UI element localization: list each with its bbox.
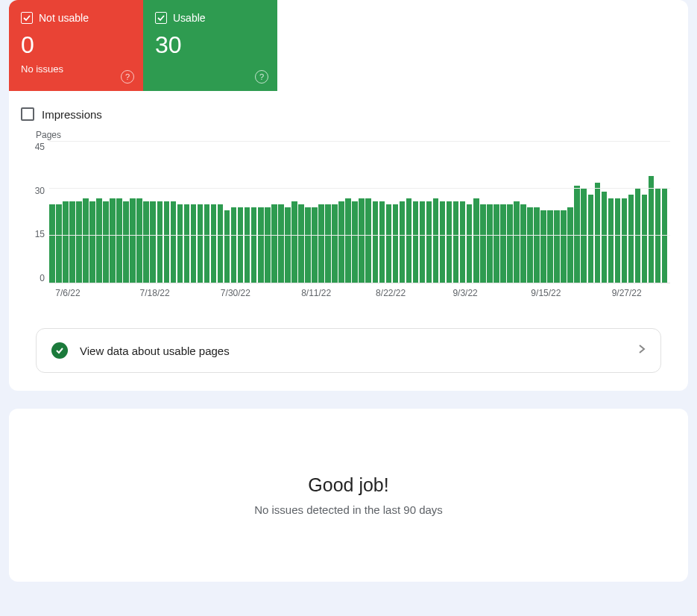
chart-bar [433,198,439,283]
checkbox-checked-icon [155,12,167,24]
chart-bar [642,195,648,283]
chart-bar [298,204,304,283]
chart-bar [574,186,580,283]
chart-bar [211,204,217,283]
chart-bar [507,204,513,283]
chart-bar [379,201,385,283]
y-tick: 30 [35,186,45,196]
chart-plot [49,142,670,283]
summary-cards: Not usable 0 No issues ? Usable 30 ? [9,0,688,91]
x-tick: 7/30/22 [221,288,250,298]
chart-bar [305,207,311,283]
chart-bar [76,201,82,283]
view-data-link[interactable]: View data about usable pages [36,328,661,373]
impressions-toggle-row: Impressions [9,91,688,130]
chart-bar [365,198,371,283]
good-job-panel: Good job! No issues detected in the last… [9,409,688,582]
card-usable[interactable]: Usable 30 ? [143,0,277,91]
card-value: 30 [155,31,265,59]
chart-bar [440,201,446,283]
chart-bar [116,198,122,283]
chart-bar [69,201,75,283]
chart-bar [218,204,224,283]
card-value: 0 [21,31,131,59]
check-circle-icon [51,342,68,359]
y-tick: 15 [35,229,45,239]
chart-bar [473,198,479,283]
x-tick: 9/27/22 [612,288,642,298]
chart-bar [487,204,493,283]
chart-bar [332,204,338,283]
good-job-title: Good job! [24,474,673,496]
chart-bar [588,195,594,283]
y-axis-title: Pages [36,130,670,140]
chart-bar [96,198,102,283]
chart-bar [534,207,540,283]
impressions-checkbox[interactable] [21,107,34,121]
x-tick: 9/3/22 [452,288,477,298]
chart-bar [615,198,621,283]
chart-bar [231,207,237,283]
chart-bar [238,207,244,283]
chart-bar [420,201,426,283]
x-axis-ticks: 7/6/227/18/227/30/228/11/228/22/229/3/22… [49,283,670,298]
y-axis-ticks: 4530150 [27,142,49,283]
chevron-right-icon [638,344,646,357]
chart-bar [400,201,406,283]
chart-bar [318,204,324,283]
chart-area: Pages 4530150 7/6/227/18/227/30/228/11/2… [9,130,688,298]
chart-bar [520,204,526,283]
chart-bar [123,201,129,283]
chart-bar [338,201,344,283]
chart-bar [278,204,284,283]
chart-bar [258,207,264,283]
chart-bar [554,210,560,283]
y-tick: 45 [35,142,45,152]
chart-bar [191,204,197,283]
chart-bar [359,198,365,283]
chart-bar [595,183,601,283]
chart-bar [628,195,634,283]
chart-bar [251,207,257,283]
chart-bar [89,201,95,283]
chart-bar [49,204,55,283]
chart-bar [467,204,473,283]
chart-bar [204,204,210,283]
x-tick: 7/18/22 [140,288,170,298]
chart-bar [171,201,177,283]
view-data-label: View data about usable pages [80,345,626,357]
chart-bar [198,204,204,283]
chart-bar [352,201,358,283]
chart-bar [245,207,250,283]
x-tick: 9/15/22 [531,288,561,298]
chart-bar [493,204,499,283]
chart-bar [325,204,331,283]
help-icon[interactable]: ? [121,70,134,84]
chart-bar [527,207,533,283]
help-icon[interactable]: ? [255,70,268,84]
chart-bar [649,176,655,283]
chart-bar [540,210,546,283]
chart-bar [386,204,392,283]
good-job-sub: No issues detected in the last 90 days [24,503,673,516]
chart-bar [413,201,419,283]
chart-bar [373,201,379,283]
chart-bar [453,201,459,283]
chart-bar [608,198,614,283]
chart-bar [143,201,149,283]
chart-bar [56,204,62,283]
chart-bar [271,204,277,283]
chart-bar [514,201,520,283]
chart-bar [602,192,608,283]
usability-chart-panel: Not usable 0 No issues ? Usable 30 ? Imp… [9,0,688,391]
chart-bar [63,201,69,283]
chart-bar [291,201,297,283]
chart-bar [164,201,170,283]
chart-bar [561,210,567,283]
chart-bar [447,201,452,283]
checkbox-checked-icon [21,12,33,24]
chart-bar [83,198,89,283]
card-not-usable[interactable]: Not usable 0 No issues ? [9,0,143,91]
y-tick: 0 [40,273,45,283]
x-tick: 8/11/22 [301,288,331,298]
